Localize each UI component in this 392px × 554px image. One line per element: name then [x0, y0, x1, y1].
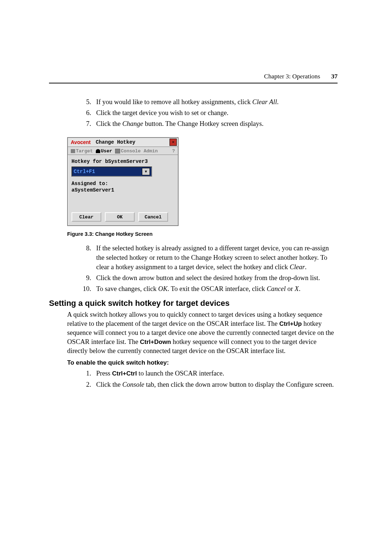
list-num: 8. [77, 243, 96, 272]
dialog-buttons: Clear OK Cancel [68, 209, 178, 225]
console-icon [115, 149, 120, 153]
dialog-body: Hotkey for bSystemServer3 Ctrl+F1 ▼ Assi… [68, 155, 178, 195]
tab-admin[interactable]: Admin [142, 148, 159, 155]
list-num: 1. [77, 369, 96, 378]
ok-button[interactable]: OK [105, 212, 135, 222]
list-text: If you would like to remove all hotkey a… [96, 97, 338, 107]
list-num: 10. [77, 284, 96, 294]
ordered-list-mid: 8. If the selected hotkey is already ass… [49, 243, 338, 294]
hotkey-select[interactable]: Ctrl+F1 ▼ [72, 167, 152, 177]
list-item: 1. Press Ctrl+Ctrl to launch the OSCAR i… [77, 369, 338, 378]
dialog-tabs: Target User Console Admin ? [68, 147, 178, 155]
dialog-title-bar: Avocent Change Hotkey ✕ [68, 138, 178, 147]
cancel-button[interactable]: Cancel [138, 212, 168, 222]
ordered-list-top: 5. If you would like to remove all hotke… [49, 97, 338, 128]
list-text: Click the down arrow button and select t… [96, 273, 338, 283]
list-item: 8. If the selected hotkey is already ass… [77, 243, 338, 272]
ordered-list-bottom: 1. Press Ctrl+Ctrl to launch the OSCAR i… [49, 369, 338, 389]
clear-button[interactable]: Clear [72, 212, 101, 222]
list-item: 7. Click the Change button. The Change H… [77, 119, 338, 128]
list-text: Click the Change button. The Change Hotk… [96, 119, 338, 128]
figure-change-hotkey: Avocent Change Hotkey ✕ Target User Cons… [49, 137, 338, 226]
hotkey-for-label: Hotkey for bSystemServer3 [72, 159, 174, 164]
user-icon [96, 149, 100, 153]
hotkey-value: Ctrl+F1 [74, 169, 95, 175]
figure-caption: Figure 3.3: Change Hotkey Screen [49, 231, 338, 237]
page-number: 37 [331, 73, 338, 80]
list-text: Click the target device you wish to set … [96, 108, 338, 118]
header-rule [49, 83, 338, 83]
list-num: 5. [77, 97, 96, 107]
chapter-label: Chapter 3: Operations [264, 73, 320, 80]
help-icon[interactable]: ? [171, 148, 176, 155]
assigned-to: Assigned to: aSystemServer1 [72, 180, 174, 193]
paragraph: A quick switch hotkey allows you to quic… [49, 310, 338, 356]
content: 5. If you would like to remove all hotke… [49, 73, 338, 389]
assigned-value: aSystemServer1 [72, 187, 174, 193]
tab-user[interactable]: User [94, 148, 114, 155]
list-text: Press Ctrl+Ctrl to launch the OSCAR inte… [96, 369, 338, 378]
dialog-title: Change Hotkey [94, 139, 170, 145]
list-item: 2. Click the Console tab, then click the… [77, 380, 338, 389]
assigned-label: Assigned to: [72, 180, 174, 187]
page: Chapter 3: Operations 37 5. If you would… [0, 0, 392, 554]
list-num: 2. [77, 380, 96, 389]
list-text: If the selected hotkey is already assign… [96, 243, 338, 272]
procedure-heading: To enable the quick switch hotkey: [49, 359, 338, 366]
chevron-down-icon[interactable]: ▼ [142, 168, 150, 175]
list-item: 6. Click the target device you wish to s… [77, 108, 338, 118]
list-item: 10. To save changes, click OK. To exit t… [77, 284, 338, 294]
target-icon [71, 149, 75, 153]
list-text: To save changes, click OK. To exit the O… [96, 284, 338, 294]
list-item: 5. If you would like to remove all hotke… [77, 97, 338, 107]
close-icon[interactable]: ✕ [170, 139, 177, 146]
tab-console[interactable]: Console [114, 148, 142, 155]
list-text: Click the Console tab, then click the do… [96, 380, 338, 389]
oscar-dialog: Avocent Change Hotkey ✕ Target User Cons… [67, 137, 179, 226]
tab-target[interactable]: Target [69, 148, 94, 155]
running-header: Chapter 3: Operations 37 [264, 73, 338, 80]
list-num: 7. [77, 119, 96, 128]
list-item: 9. Click the down arrow button and selec… [77, 273, 338, 283]
list-num: 9. [77, 273, 96, 283]
list-num: 6. [77, 108, 96, 118]
avocent-logo: Avocent [68, 139, 94, 145]
section-heading: Setting a quick switch hotkey for target… [49, 299, 338, 308]
